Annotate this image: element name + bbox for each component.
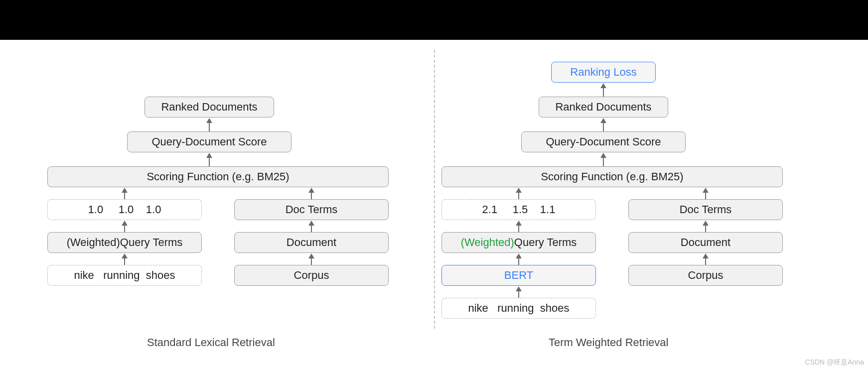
query-doc-score-label: Query-Document Score — [151, 135, 267, 148]
left-panel: Ranked Documents Query-Document Score Sc… — [40, 40, 434, 359]
query-text-box: nike running shoes — [441, 298, 596, 319]
query-terms-rest: Query Terms — [514, 236, 577, 249]
scoring-function-box: Scoring Function (e.g. BM25) — [47, 166, 389, 187]
weighted-query-terms-box: (Weighted) Query Terms — [47, 232, 202, 253]
document-box: Document — [234, 232, 389, 253]
weights-label: 2.1 1.5 1.1 — [482, 203, 556, 216]
query-terms-rest: Query Terms — [120, 236, 183, 249]
right-caption: Term Weighted Retrieval — [549, 336, 668, 349]
ranked-documents-box: Ranked Documents — [539, 97, 668, 118]
doc-terms-box: Doc Terms — [234, 199, 389, 220]
corpus-label: Corpus — [294, 269, 329, 282]
doc-terms-box: Doc Terms — [628, 199, 783, 220]
watermark-text: CSDN @呀是Anna — [805, 358, 864, 367]
ranked-documents-label: Ranked Documents — [555, 101, 651, 114]
bert-label: BERT — [504, 269, 533, 282]
query-text-box: nike running shoes — [47, 265, 202, 286]
right-panel: Ranking Loss Ranked Documents Query-Docu… — [434, 40, 828, 359]
scoring-function-box: Scoring Function (e.g. BM25) — [441, 166, 783, 187]
weighted-prefix-green: (Weighted) — [461, 236, 514, 249]
ranking-loss-label: Ranking Loss — [570, 66, 636, 79]
weights-box: 2.1 1.5 1.1 — [441, 199, 596, 220]
corpus-box: Corpus — [234, 265, 389, 286]
document-box: Document — [628, 232, 783, 253]
diagram-canvas: Ranked Documents Query-Document Score Sc… — [40, 40, 828, 359]
query-doc-score-box: Query-Document Score — [127, 131, 291, 152]
black-header-bar — [0, 0, 868, 40]
query-doc-score-label: Query-Document Score — [546, 135, 661, 148]
query-doc-score-box: Query-Document Score — [521, 131, 686, 152]
ranked-documents-box: Ranked Documents — [145, 97, 274, 118]
scoring-function-label: Scoring Function (e.g. BM25) — [541, 170, 683, 183]
doc-terms-label: Doc Terms — [286, 203, 338, 216]
corpus-box: Corpus — [628, 265, 783, 286]
scoring-function-label: Scoring Function (e.g. BM25) — [146, 170, 289, 183]
document-label: Document — [287, 236, 336, 249]
left-caption: Standard Lexical Retrieval — [147, 336, 275, 349]
query-text-label: nike running shoes — [74, 269, 175, 282]
corpus-label: Corpus — [688, 269, 723, 282]
doc-terms-label: Doc Terms — [680, 203, 732, 216]
query-text-label: nike running shoes — [468, 302, 569, 315]
weighted-prefix: (Weighted) — [67, 236, 120, 249]
weights-box: 1.0 1.0 1.0 — [47, 199, 202, 220]
document-label: Document — [681, 236, 730, 249]
bert-box: BERT — [441, 265, 596, 286]
ranked-documents-label: Ranked Documents — [161, 101, 257, 114]
weights-label: 1.0 1.0 1.0 — [88, 203, 161, 216]
weighted-query-terms-box: (Weighted) Query Terms — [441, 232, 596, 253]
ranking-loss-box: Ranking Loss — [551, 62, 656, 83]
